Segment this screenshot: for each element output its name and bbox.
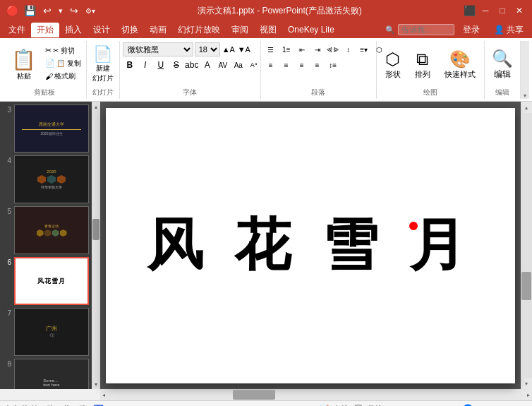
font-size-select[interactable]: 18 bbox=[195, 42, 220, 56]
slide-preview-3[interactable]: 西南交通大学 2020届毕业生 bbox=[14, 105, 89, 153]
search-magnify-icon: 🔍 bbox=[492, 49, 513, 68]
maximize-button[interactable]: □ bbox=[495, 4, 509, 18]
list-item[interactable]: 8 Some...text here bbox=[3, 359, 89, 389]
ribbon-scroll-down[interactable]: ▾ bbox=[524, 92, 526, 99]
align-text-button[interactable]: ≡▾ bbox=[357, 42, 371, 56]
align-center-button[interactable]: ≡ bbox=[279, 58, 294, 72]
redo-icon[interactable]: ↪ bbox=[68, 4, 80, 18]
columns-button[interactable]: ⫷⫸ bbox=[326, 42, 340, 56]
slide-main-text: 风 花 雪 月 bbox=[147, 208, 474, 284]
justify-button[interactable]: ≡ bbox=[310, 58, 325, 72]
undo-icon[interactable]: ↩ bbox=[42, 4, 53, 18]
menu-insert[interactable]: 插入 bbox=[59, 23, 87, 37]
char-spacing-button[interactable]: AV bbox=[216, 58, 230, 72]
share-button[interactable]: 👤 共享 bbox=[488, 23, 529, 37]
search-input[interactable] bbox=[398, 24, 454, 35]
bullets-button[interactable]: ☰ bbox=[264, 42, 278, 56]
list-item[interactable]: 5 青春运动 bbox=[3, 206, 89, 254]
menu-animations[interactable]: 动画 bbox=[144, 23, 172, 37]
slide-canvas[interactable]: 风 花 雪 月 bbox=[106, 108, 515, 383]
slide-preview-7[interactable]: 广州 ·印 bbox=[14, 308, 89, 356]
h-scroll-right[interactable]: ▸ bbox=[525, 392, 532, 398]
italic-button[interactable]: I bbox=[138, 58, 152, 72]
text-direction-button[interactable]: ↕ bbox=[341, 42, 356, 56]
slide-preview-5[interactable]: 青春运动 bbox=[14, 206, 89, 254]
person-icon: 👤 bbox=[494, 25, 504, 35]
scroll-thumb[interactable] bbox=[521, 272, 531, 300]
arrange-button[interactable]: ⧉ 排列 bbox=[409, 47, 436, 83]
list-item[interactable]: 6 风花雪月 bbox=[3, 257, 89, 305]
scroll-up-arrow[interactable]: ▴ bbox=[521, 102, 532, 113]
close-button[interactable]: ✕ bbox=[512, 4, 526, 18]
ribbon-scrollbar[interactable]: ▾ bbox=[521, 41, 529, 99]
underline-button[interactable]: U bbox=[154, 58, 168, 72]
align-left-button[interactable]: ≡ bbox=[264, 58, 278, 72]
slide-preview-6[interactable]: 风花雪月 bbox=[14, 257, 89, 305]
menu-onekey[interactable]: OneKey Lite bbox=[282, 23, 340, 36]
increase-font-button[interactable]: ▲A bbox=[222, 42, 236, 56]
paragraph-label: 段落 bbox=[311, 86, 325, 97]
list-item[interactable]: 4 2020 升华学院大学 bbox=[3, 155, 89, 203]
h-scroll-left[interactable]: ◂ bbox=[100, 392, 107, 398]
ribbon-toggle-icon[interactable]: ⬛ bbox=[463, 4, 476, 17]
panel-scroll-up[interactable]: ▴ bbox=[92, 102, 100, 112]
menu-slideshow[interactable]: 幻灯片放映 bbox=[172, 23, 226, 37]
menu-view[interactable]: 视图 bbox=[254, 23, 282, 37]
case-button[interactable]: Aᵃ bbox=[247, 58, 261, 72]
edit-button[interactable]: 🔍 编辑 bbox=[488, 46, 517, 83]
decrease-font-button[interactable]: ▼A bbox=[237, 42, 251, 56]
font-color-button[interactable]: A bbox=[200, 58, 214, 72]
copy-button[interactable]: 📄📋 复制 bbox=[43, 58, 83, 69]
panel-scrollbar[interactable]: ▴ ▾ bbox=[92, 102, 100, 389]
shape-button[interactable]: ⬡ 形状 bbox=[380, 47, 406, 83]
slide-preview-4[interactable]: 2020 升华学院大学 bbox=[14, 155, 89, 203]
paste-icon: 📋 bbox=[11, 48, 36, 71]
clipboard-content: 📋 粘贴 ✂✂ 剪切 📄📋 复制 🖌格式刷 bbox=[6, 42, 83, 86]
h-scroll-thumb[interactable] bbox=[233, 390, 275, 400]
menu-home[interactable]: 开始 bbox=[31, 23, 59, 37]
arrange-icon: ⧉ bbox=[416, 49, 428, 69]
scroll-track[interactable] bbox=[521, 113, 532, 378]
slide-thumb-content-8: Some...text here bbox=[15, 359, 88, 389]
new-slide-button[interactable]: 📄 新建幻灯片 bbox=[90, 42, 116, 86]
menu-file[interactable]: 文件 bbox=[3, 23, 31, 37]
paragraph-content: ☰ 1≡ ⇤ ⇥ ⫷⫸ ↕ ≡▾ ⬡ ≡ ≡ ≡ ≡ ↕≡ bbox=[264, 42, 373, 86]
cut-button[interactable]: ✂✂ 剪切 bbox=[43, 45, 83, 56]
slide-preview-8[interactable]: Some...text here bbox=[14, 359, 89, 389]
align-right-button[interactable]: ≡ bbox=[295, 58, 309, 72]
paste-button[interactable]: 📋 粘贴 bbox=[6, 45, 42, 84]
list-item[interactable]: 3 西南交通大学 2020届毕业生 bbox=[3, 105, 89, 153]
undo-arrow[interactable]: ▾ bbox=[57, 5, 64, 17]
panel-scroll-thumb[interactable] bbox=[92, 219, 99, 240]
view-presenter-button[interactable]: ⊟ bbox=[426, 404, 435, 407]
clear-format-button[interactable]: Aa bbox=[231, 58, 246, 72]
h-scroll-track[interactable] bbox=[107, 389, 525, 400]
zoom-slider[interactable] bbox=[447, 404, 490, 407]
strikethrough-button[interactable]: S bbox=[169, 58, 183, 72]
bold-button[interactable]: B bbox=[123, 58, 137, 72]
quick-styles-button[interactable]: 🎨 快速样式 bbox=[439, 47, 481, 83]
numbering-button[interactable]: 1≡ bbox=[279, 42, 294, 56]
ribbon-group-slides: 📄 新建幻灯片 幻灯片 bbox=[87, 41, 120, 99]
indent-less-button[interactable]: ⇤ bbox=[295, 42, 309, 56]
view-reading-button[interactable]: ⊡ bbox=[413, 404, 422, 407]
indent-more-button[interactable]: ⇥ bbox=[310, 42, 325, 56]
panel-scroll-down[interactable]: ▾ bbox=[92, 379, 100, 389]
menu-design[interactable]: 设计 bbox=[87, 23, 116, 37]
login-button[interactable]: 登录 bbox=[457, 23, 485, 37]
save-icon[interactable]: 💾 bbox=[23, 4, 37, 18]
menu-transitions[interactable]: 切换 bbox=[116, 23, 144, 37]
font-family-select[interactable]: 微软雅黑 bbox=[123, 42, 193, 56]
format-painter-button[interactable]: 🖌格式刷 bbox=[43, 71, 83, 82]
edit-content: 🔍 编辑 bbox=[488, 42, 517, 86]
customize-icon[interactable]: ⚙▾ bbox=[84, 6, 97, 16]
view-normal-button[interactable]: ⊞ bbox=[387, 404, 396, 407]
view-slide-button[interactable]: ▣ bbox=[400, 404, 409, 407]
line-spacing-button[interactable]: ↕≡ bbox=[326, 58, 340, 72]
scroll-down-arrow[interactable]: ▾ bbox=[521, 378, 532, 389]
shadow-button[interactable]: abc bbox=[185, 58, 199, 72]
minimize-button[interactable]: ─ bbox=[478, 4, 492, 18]
list-item[interactable]: 7 广州 ·印 bbox=[3, 308, 89, 356]
menu-review[interactable]: 审阅 bbox=[226, 23, 254, 37]
ribbon-content: 📋 粘贴 ✂✂ 剪切 📄📋 复制 🖌格式刷 剪贴板 📄 bbox=[0, 41, 532, 99]
